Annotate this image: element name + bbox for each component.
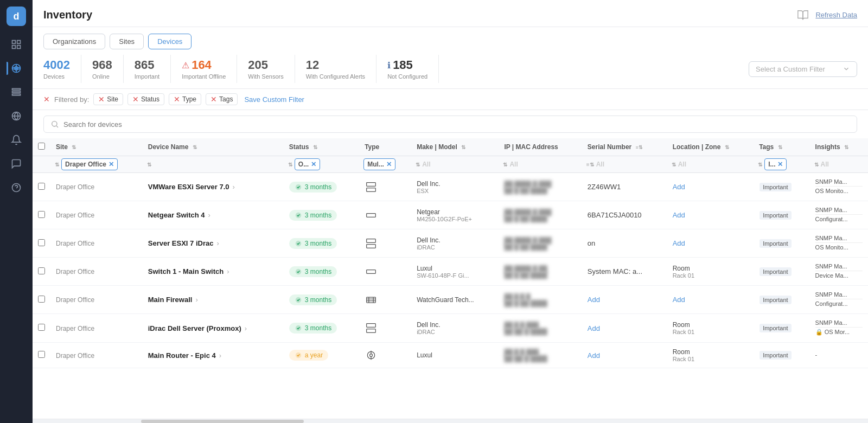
row-device-name-cell: Server ESXI 7 iDrac ›	[143, 229, 284, 258]
insights-filter-empty[interactable]: ⇅ All	[814, 161, 864, 168]
book-icon[interactable]	[797, 9, 809, 21]
add-serial-link-5[interactable]: Add	[588, 324, 600, 332]
custom-filter-dropdown[interactable]: Select a Custom Filter	[749, 61, 857, 77]
row-expand-chevron-4[interactable]: ›	[195, 296, 197, 304]
filter-ip-col: ⇅ All	[499, 156, 582, 173]
tab-sites[interactable]: Sites	[110, 34, 144, 49]
row-site-cell: Draper Office	[50, 314, 143, 343]
row-checkbox-3[interactable]	[38, 267, 45, 274]
remove-status-filter[interactable]: ✕	[132, 95, 139, 103]
sidebar-icon-network[interactable]	[7, 59, 26, 78]
ip-filter-empty[interactable]: ⇅ All	[503, 161, 577, 168]
stat-not-configured[interactable]: ℹ 185 Not Configured	[387, 55, 439, 83]
row-expand-chevron-0[interactable]: ›	[233, 183, 235, 191]
filter-make-col: ⇅ All	[411, 156, 499, 173]
scroll-bar-area[interactable]	[33, 419, 868, 423]
row-checkbox-4[interactable]	[38, 296, 45, 303]
type-filter-chip[interactable]: Mul... ✕	[363, 158, 395, 170]
sidebar-icon-comment[interactable]	[7, 154, 26, 174]
filter-chip-tags[interactable]: ✕ Tags	[206, 93, 238, 105]
stat-important-offline[interactable]: ⚠ 164 Important Offline	[182, 55, 237, 83]
stat-configured-alerts[interactable]: 12 With Configured Alerts	[306, 55, 376, 83]
make-filter-empty[interactable]: ⇅ All	[416, 161, 494, 168]
add-location-link-2[interactable]: Add	[673, 239, 685, 247]
row-checkbox-2[interactable]	[38, 239, 45, 246]
svg-rect-32	[367, 270, 376, 274]
table-header-row: Site ⇅ Device Name ⇅ Status ⇅ Type Make …	[33, 138, 868, 156]
remove-tags-filter[interactable]: ✕	[210, 95, 217, 103]
row-insights-cell: SNMP Ma...Device Ma...	[810, 258, 868, 286]
clear-type-filter[interactable]: ✕	[386, 161, 392, 168]
refresh-button[interactable]: Refresh Data	[815, 11, 857, 19]
filter-chip-status[interactable]: ✕ Status	[127, 93, 164, 105]
filter-type-col: Mul... ✕	[359, 156, 411, 173]
stat-with-sensors[interactable]: 205 With Sensors	[248, 55, 295, 83]
row-checkbox-6[interactable]	[38, 351, 45, 358]
row-expand-chevron-3[interactable]: ›	[227, 267, 229, 275]
row-ip-mac-cell: ██ ████ █ ██ ██ █ ██ ████	[499, 258, 582, 286]
row-device-name-cell: Main Firewall ›	[143, 286, 284, 314]
remove-type-filter[interactable]: ✕	[174, 95, 180, 103]
row-expand-chevron-5[interactable]: ›	[245, 324, 247, 332]
location-filter-empty[interactable]: ⇅ All	[672, 161, 749, 168]
filter-chip-type[interactable]: ✕ Type	[169, 93, 201, 105]
filter-chip-site[interactable]: ✕ Site	[93, 93, 123, 105]
row-site-cell: Draper Office	[50, 258, 143, 286]
site-filter-chip[interactable]: Draper Office ✕	[61, 158, 118, 170]
row-expand-chevron-2[interactable]: ›	[216, 239, 219, 247]
add-location-link-4[interactable]: Add	[673, 296, 685, 304]
horizontal-scrollbar[interactable]	[141, 420, 304, 423]
add-serial-link-4[interactable]: Add	[588, 296, 600, 304]
stat-important[interactable]: 865 Important	[135, 55, 171, 83]
sort-arrows-site[interactable]: ⇅	[55, 162, 59, 168]
col-status: Status ⇅	[284, 138, 359, 156]
sidebar-icon-bell[interactable]	[7, 130, 26, 150]
sort-arrows-device[interactable]: ⇅	[147, 162, 151, 168]
clear-site-filter[interactable]: ✕	[108, 161, 114, 168]
stat-total-devices[interactable]: 4002 Devices	[43, 55, 81, 83]
search-icon	[50, 120, 59, 129]
add-location-link-0[interactable]: Add	[673, 183, 685, 191]
col-ip-mac: IP | MAC Address	[499, 138, 582, 156]
clear-tags-filter[interactable]: ✕	[777, 161, 783, 168]
save-custom-filter-link[interactable]: Save Custom Filter	[244, 95, 304, 104]
sort-arrows-tags[interactable]: ⇅	[758, 162, 762, 168]
sidebar-icon-list[interactable]	[7, 82, 26, 102]
remove-site-filter[interactable]: ✕	[98, 95, 105, 103]
add-location-link-1[interactable]: Add	[673, 211, 685, 219]
page-title: Inventory	[43, 9, 92, 21]
sidebar-icon-help[interactable]	[7, 178, 26, 197]
device-type-icon-5	[365, 322, 378, 335]
select-all-checkbox[interactable]	[38, 143, 45, 150]
row-device-name-cell: Switch 1 - Main Switch ›	[143, 258, 284, 286]
clear-status-filter[interactable]: ✕	[311, 161, 316, 168]
tab-devices[interactable]: Devices	[148, 34, 192, 49]
row-checkbox-cell	[33, 314, 50, 343]
row-make-model-cell: Dell Inc. ESX	[411, 173, 499, 201]
search-input[interactable]	[63, 120, 850, 129]
clear-all-filters-button[interactable]: ✕	[43, 95, 50, 104]
insight-tag-1-0: SNMP Ma...	[815, 207, 863, 215]
chevron-down-icon	[843, 65, 850, 73]
row-checkbox-5[interactable]	[38, 324, 45, 331]
device-table-container: Site ⇅ Device Name ⇅ Status ⇅ Type Make …	[33, 138, 868, 419]
insight-tag-6-0: -	[815, 351, 863, 359]
sidebar-icon-grid[interactable]	[7, 35, 26, 54]
row-insights-cell: SNMP Ma...OS Monito...	[810, 173, 868, 201]
status-icon-4	[295, 296, 302, 304]
status-filter-chip[interactable]: O... ✕	[295, 158, 320, 170]
serial-filter-empty[interactable]: ≡⇅ All	[586, 161, 663, 168]
sidebar-icon-globe[interactable]	[7, 106, 26, 126]
row-checkbox-1[interactable]	[38, 211, 45, 218]
tab-organizations[interactable]: Organizations	[43, 34, 105, 49]
add-serial-link-6[interactable]: Add	[588, 351, 600, 360]
row-checkbox-0[interactable]	[38, 183, 45, 190]
row-expand-chevron-6[interactable]: ›	[219, 351, 221, 360]
stat-online[interactable]: 968 Online	[92, 55, 124, 83]
svg-line-15	[56, 126, 58, 127]
tags-filter-chip[interactable]: I... ✕	[764, 158, 787, 170]
row-expand-chevron-1[interactable]: ›	[208, 211, 210, 219]
insight-tag-4-0: SNMP Ma...	[815, 291, 863, 299]
sort-arrows-status[interactable]: ⇅	[288, 162, 292, 168]
row-location-cell: Room Rack 01	[667, 314, 754, 343]
